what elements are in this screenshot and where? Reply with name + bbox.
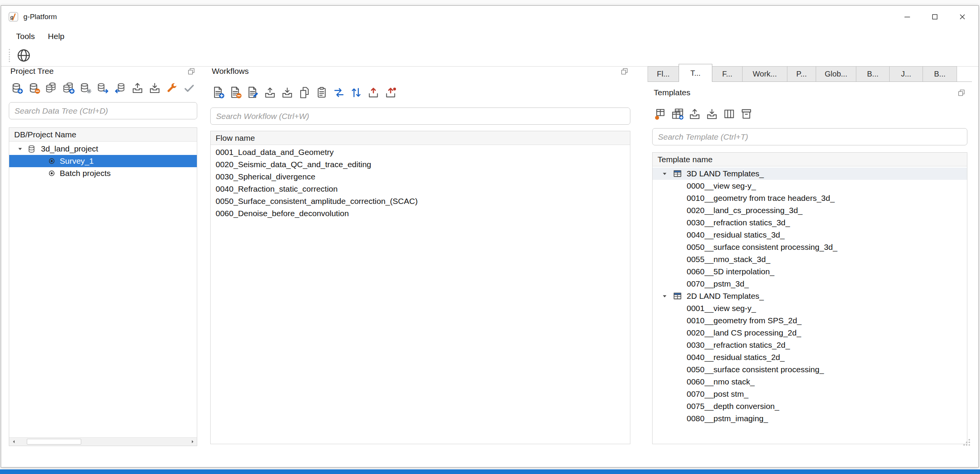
template-row[interactable]: 0060__nmo stack_ <box>653 376 967 388</box>
search-template-input[interactable] <box>655 132 965 142</box>
flow-name-header[interactable]: Flow name <box>211 131 630 145</box>
tab-glob[interactable]: Glob... <box>816 66 856 81</box>
template-row[interactable]: 0080__pstm_imaging_ <box>653 412 967 425</box>
template-columns-button[interactable] <box>722 108 736 121</box>
template-group-3d-land[interactable]: 3D LAND Templates_ <box>653 168 967 180</box>
resize-grip[interactable] <box>962 437 972 447</box>
flow-row[interactable]: 0050_Surface_consistent_amplitude_correc… <box>211 195 630 207</box>
scrollbar-thumb[interactable] <box>27 439 81 445</box>
template-row[interactable]: 0050__surface consistent processing_3d_ <box>653 241 967 253</box>
database-settings-button[interactable] <box>79 81 92 95</box>
transfer-flow-button[interactable] <box>349 86 363 99</box>
maximize-button[interactable] <box>921 6 949 28</box>
template-row[interactable]: 0060__5D interpolation_ <box>653 266 967 278</box>
tree-row-batch-projects[interactable]: Batch projects <box>9 167 197 179</box>
export-archive-button[interactable] <box>131 81 144 95</box>
tab-f[interactable]: F... <box>712 66 743 81</box>
swap-flow-button[interactable] <box>332 86 345 99</box>
horizontal-scrollbar[interactable] <box>9 437 197 446</box>
menu-tools[interactable]: Tools <box>10 28 41 45</box>
scroll-left-icon[interactable] <box>9 438 18 446</box>
pull-database-button[interactable] <box>113 81 127 95</box>
tab-templates[interactable]: T... <box>679 64 712 82</box>
archive-template-button[interactable] <box>739 108 753 121</box>
tab-work[interactable]: Work... <box>742 66 787 81</box>
flow-row[interactable]: 0060_Denoise_before_deconvolution <box>211 207 630 220</box>
add-flow-button[interactable] <box>211 86 225 99</box>
template-row[interactable]: 0030__refraction statics_3d_ <box>653 217 967 229</box>
close-button[interactable] <box>949 6 976 28</box>
copy-flow-button[interactable] <box>298 86 311 99</box>
template-row[interactable]: 0020__land CS processing_2d_ <box>653 327 967 339</box>
scrollbar-track[interactable] <box>18 438 188 446</box>
export-template-button[interactable] <box>688 108 701 121</box>
template-row[interactable]: 0070__pstm_3d_ <box>653 278 967 290</box>
search-data-tree-input[interactable] <box>11 106 195 116</box>
paste-flow-button[interactable] <box>315 86 328 99</box>
minimize-button[interactable] <box>893 6 921 28</box>
remove-flow-button[interactable] <box>229 86 242 99</box>
tree-row-project[interactable]: 3d_land_project <box>9 143 197 155</box>
edit-flow-icon <box>246 86 259 99</box>
flow-row[interactable]: 0040_Refraction_static_correction <box>211 183 630 195</box>
add-database-button[interactable] <box>10 81 23 95</box>
template-row[interactable]: 0000__view seg-y_ <box>653 180 967 192</box>
template-name-header[interactable]: Template name <box>653 153 967 166</box>
export-flow-icon <box>263 86 276 99</box>
import-template-button[interactable] <box>705 108 718 121</box>
template-group-2d-items: 0001__view seg-y_0010__geometry from SPS… <box>653 302 967 425</box>
copy-template-button[interactable] <box>671 108 684 121</box>
run-flow-button[interactable] <box>366 86 380 99</box>
template-row[interactable]: 0055__nmo_stack_3d_ <box>653 253 967 266</box>
globe-icon[interactable] <box>16 48 31 63</box>
template-row[interactable]: 0010__geometry from trace headers_3d_ <box>653 192 967 204</box>
template-row[interactable]: 0040__residual statics_3d_ <box>653 229 967 241</box>
scroll-right-icon[interactable] <box>188 438 197 446</box>
clone-database-button[interactable] <box>62 81 75 95</box>
tab-j[interactable]: J... <box>889 66 923 81</box>
apply-check-icon <box>183 81 196 94</box>
push-database-button[interactable] <box>96 81 110 95</box>
flow-row[interactable]: 0001_Load_data_and_Geometry <box>211 146 630 158</box>
float-panel-icon[interactable] <box>620 67 628 75</box>
template-row[interactable]: 0070__post stm_ <box>653 388 967 400</box>
import-archive-button[interactable] <box>148 81 161 95</box>
caret-down-icon[interactable] <box>16 145 24 153</box>
tab-b1[interactable]: B... <box>856 66 890 81</box>
flow-row[interactable]: 0020_Seismic_data_QC_and_trace_editing <box>211 158 630 171</box>
template-row[interactable]: 0040__residual statics_2d_ <box>653 351 967 363</box>
tab-p[interactable]: P... <box>787 66 816 81</box>
tab-fl[interactable]: Fl... <box>648 66 679 81</box>
templates-dock: Templates Template name 3D LAND Template… <box>648 82 972 444</box>
template-row[interactable]: 0050__surface consistent processing_ <box>653 363 967 376</box>
template-row[interactable]: 0075__depth conversion_ <box>653 400 967 412</box>
edit-flow-button[interactable] <box>246 86 259 99</box>
add-template-button[interactable] <box>653 108 667 121</box>
template-row[interactable]: 0001__view seg-y_ <box>653 302 967 314</box>
search-workflow-input[interactable] <box>213 112 628 121</box>
tab-b2[interactable]: B... <box>923 66 957 81</box>
menu-help[interactable]: Help <box>41 28 71 45</box>
tree-row-survey[interactable]: Survey_1 <box>9 155 197 167</box>
toolbar-drag-handle[interactable] <box>9 49 10 62</box>
db-project-name-header[interactable]: DB/Project Name <box>9 128 197 142</box>
template-group-2d-land[interactable]: 2D LAND Templates_ <box>653 290 967 302</box>
flow-row[interactable]: 0030_Spherical_divergence <box>211 171 630 183</box>
run-flow-batch-button[interactable] <box>384 86 397 99</box>
remove-database-button[interactable] <box>27 81 41 95</box>
float-panel-icon[interactable] <box>957 89 965 97</box>
float-panel-icon[interactable] <box>187 67 195 75</box>
template-row[interactable]: 0030__refraction statics_2d_ <box>653 339 967 351</box>
caret-down-icon[interactable] <box>661 293 668 300</box>
export-flow-button[interactable] <box>263 86 276 99</box>
caret-down-icon[interactable] <box>661 170 668 178</box>
project-tree-list: DB/Project Name 3d_land_project Survey_1… <box>9 127 197 446</box>
import-flow-button[interactable] <box>280 86 294 99</box>
repair-tools-button[interactable] <box>165 81 178 95</box>
database-settings-icon <box>79 81 92 94</box>
apply-check-button[interactable] <box>182 81 196 95</box>
copy-database-button[interactable] <box>44 81 58 95</box>
template-row[interactable]: 0020__land_cs_processing_3d_ <box>653 204 967 217</box>
remove-database-icon <box>28 81 41 94</box>
template-row[interactable]: 0010__geometry from SPS_2d_ <box>653 314 967 327</box>
